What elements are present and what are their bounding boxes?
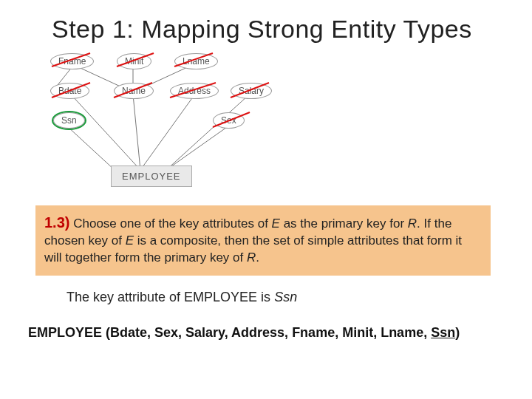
attr-ssn: Ssn (53, 112, 85, 129)
attr-bdate: Bdate (50, 83, 89, 99)
key-note-attr: Ssn (274, 290, 297, 304)
attr-salary: Salary (231, 83, 272, 99)
key-note: The key attribute of EMPLOYEE is Ssn (66, 290, 297, 305)
svg-line-2 (133, 95, 140, 170)
attr-name: Name (114, 83, 154, 99)
rule-text-a: Choose one of the key attributes of (69, 216, 271, 231)
entity-employee: EMPLOYEE (111, 166, 192, 187)
attr-lname: Lname (174, 53, 218, 69)
schema-key: Ssn (431, 325, 455, 340)
rule-R1: R (408, 216, 417, 231)
svg-line-4 (166, 96, 248, 170)
rule-text-e: . (256, 250, 259, 265)
rule-text-b: as the primary key for (280, 216, 408, 231)
rule-E1: E (272, 216, 280, 231)
relation-schema: EMPLOYEE (Bdate, Sex, Salary, Address, F… (28, 325, 460, 341)
attr-minit: Minit (117, 53, 151, 69)
schema-suffix: ) (455, 325, 460, 340)
rule-E2: E (126, 233, 134, 248)
attr-address: Address (170, 83, 219, 99)
svg-line-1 (72, 96, 140, 170)
svg-line-6 (66, 126, 115, 170)
svg-line-3 (140, 96, 194, 170)
attr-fname: Fname (50, 53, 94, 69)
er-diagram: Fname Minit Lname Bdate Name Address Sal… (22, 52, 296, 192)
attr-sex: Sex (213, 112, 245, 129)
rule-number: 1.3) (44, 214, 69, 231)
rule-box: 1.3) Choose one of the key attributes of… (35, 205, 491, 276)
schema-prefix: EMPLOYEE (Bdate, Sex, Salary, Address, F… (28, 325, 431, 340)
rule-R2: R (247, 250, 256, 265)
key-note-prefix: The key attribute of EMPLOYEE is (66, 290, 274, 304)
page-title: Step 1: Mapping Strong Entity Types (52, 15, 472, 44)
svg-line-5 (166, 126, 229, 170)
